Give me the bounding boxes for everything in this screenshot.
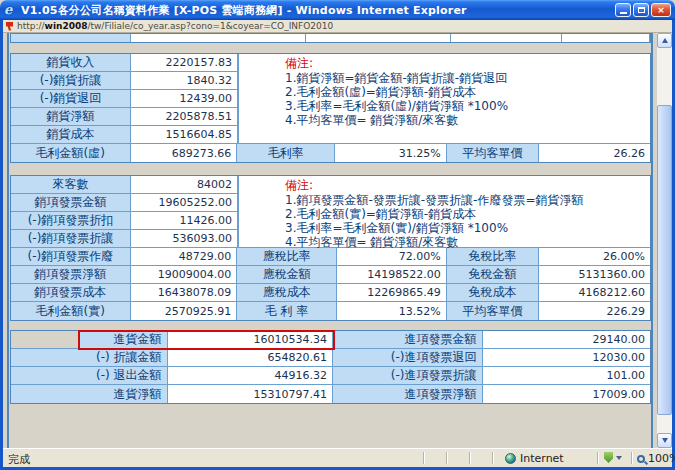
scroll-up-button[interactable] (657, 33, 672, 48)
title-bar: e V1.05各分公司名稱資料作業 [X-POS 雲端商務網] - Window… (0, 0, 675, 20)
row-value: 689273.66 (131, 144, 238, 162)
note-line: 4.平均客單價= 銷貨淨額/來客數 (285, 235, 650, 249)
arrow-down-icon (662, 438, 668, 443)
row-label: 應稅金額 (237, 266, 337, 284)
row-value: 654820.61 (168, 349, 333, 367)
row-label: 免稅成本 (447, 284, 540, 302)
row-value: 11426.00 (131, 212, 238, 230)
row-value: 48729.00 (131, 248, 238, 266)
note-line: 1.銷項發票金額-發票折讓-發票折讓-作廢發票=銷貨淨額 (285, 193, 650, 207)
magnifier-icon (637, 455, 645, 463)
row-value: 72.00% (337, 248, 447, 266)
row-value: 12269865.49 (337, 284, 447, 302)
row-label: 銷項發票成本 (11, 284, 131, 302)
invoice-table: 來客數 84002 銷項發票金額 19605252.00 (-)銷項發票折扣 1… (10, 175, 651, 321)
row-value: 16438078.09 (131, 284, 238, 302)
row-label: 應稅比率 (237, 248, 337, 266)
row-label: 銷項發票淨額 (11, 266, 131, 284)
clipped-table-row (10, 33, 651, 43)
table-row: 毛利金額(實) 2570925.91 毛 利 率 13.52% 平均客單價 22… (11, 302, 650, 320)
note-line: 2.毛利金額(實)=銷貨淨額-銷貨成本 (285, 207, 650, 221)
row-label: 銷項發票金額 (11, 194, 131, 212)
note-line: 3.毛利率=毛利金額(實)/銷貨淨額 *100% (285, 221, 650, 235)
status-divider (597, 452, 599, 464)
globe-icon (505, 453, 516, 464)
window-title: V1.05各分公司名稱資料作業 [X-POS 雲端商務網] - Windows … (21, 3, 613, 18)
table-row: 進貨金額 16010534.34 進項發票金額 29140.00 (11, 331, 650, 349)
row-label: 應稅成本 (237, 284, 337, 302)
row-value: 16010534.34 (168, 331, 333, 349)
row-label: 來客數 (11, 176, 131, 194)
vertical-scrollbar[interactable] (657, 33, 672, 448)
table-row: 進貨淨額 15310797.41 進項發票淨額 17009.00 (11, 385, 650, 403)
row-value: 12030.00 (483, 349, 650, 367)
page-content: 銷貨收入 2220157.83 (-)銷貨折讓 1840.32 (-)銷貨退回 … (3, 33, 657, 448)
clipped-cell (451, 34, 563, 42)
status-divider (423, 452, 425, 464)
protection-dropdown[interactable] (604, 452, 622, 463)
row-label: 毛 利 率 (237, 302, 337, 320)
note-line: 2.毛利金額(虛)=銷貨淨額-銷貨成本 (285, 85, 650, 99)
table-row: (-)銷項發票作廢 48729.00 應稅比率 72.00% 免稅比率 26.0… (11, 248, 650, 266)
row-value: 1516604.85 (131, 126, 238, 144)
sales-notes: 備注: 1.銷貨淨額=銷貨金額-銷貨折讓-銷貨退回 2.毛利金額(虛)=銷貨淨額… (238, 54, 650, 144)
row-label: (-) 退出金額 (11, 367, 168, 385)
sales-table: 銷貨收入 2220157.83 (-)銷貨折讓 1840.32 (-)銷貨退回 … (10, 53, 651, 163)
row-value: 19009004.00 (131, 266, 238, 284)
row-label: 進貨淨額 (11, 385, 168, 403)
invoice-notes: 備注: 1.銷項發票金額-發票折讓-發票折讓-作廢發票=銷貨淨額 2.毛利金額(… (238, 176, 650, 248)
row-label: (-)進項發票折讓 (333, 367, 483, 385)
table-row: 銷項發票成本 16438078.09 應稅成本 12269865.49 免稅成本… (11, 284, 650, 302)
layout-border-right (651, 33, 653, 448)
row-value: 12439.00 (131, 90, 238, 108)
notes-title: 備注: (285, 178, 650, 193)
row-value: 226.29 (539, 302, 650, 320)
row-label: (-)銷貨退回 (11, 90, 131, 108)
maximize-button[interactable] (633, 3, 649, 17)
close-button[interactable]: × (651, 3, 671, 17)
row-value: 31.25% (335, 144, 447, 162)
minimize-button[interactable] (615, 3, 631, 17)
row-value: 13.52% (337, 302, 447, 320)
status-divider (492, 452, 494, 464)
url-text: http://win2008/tw/Filiale/co_year.asp?co… (17, 21, 333, 31)
row-label: (-) 折讓金額 (11, 349, 168, 367)
row-value: 84002 (131, 176, 238, 194)
row-label: (-)銷貨折讓 (11, 72, 131, 90)
minimize-icon (620, 12, 627, 14)
table-row: 銷項發票淨額 19009004.00 應稅金額 14198522.00 免稅金額… (11, 266, 650, 284)
row-value: 26.26 (539, 144, 650, 162)
status-divider (631, 452, 633, 464)
status-divider (446, 452, 448, 464)
address-bar[interactable]: http://win2008/tw/Filiale/co_year.asp?co… (3, 20, 672, 33)
row-value: 2220157.83 (131, 54, 238, 72)
row-value: 1840.32 (131, 72, 238, 90)
status-divider (469, 452, 471, 464)
zoom-control[interactable]: 100% (637, 452, 675, 465)
row-label: (-)銷項發票折扣 (11, 212, 131, 230)
clipped-cell (562, 34, 650, 42)
arrow-up-icon (662, 38, 668, 43)
row-value: 19605252.00 (131, 194, 238, 212)
status-text: 完成 (8, 452, 30, 467)
row-label: 銷貨淨額 (11, 108, 131, 126)
scrollbar-thumb[interactable] (657, 105, 672, 415)
clipped-cell (131, 34, 306, 42)
row-label: 免稅比率 (447, 248, 540, 266)
row-label: (-)銷項發票作廢 (11, 248, 131, 266)
security-zone: Internet (505, 452, 564, 465)
table-row: (-) 退出金額 44916.32 (-)進項發票折讓 101.00 (11, 367, 650, 385)
row-value: 44916.32 (168, 367, 333, 385)
row-spacer (11, 331, 79, 349)
row-label: 毛利金額(實) (11, 302, 131, 320)
row-label: (-)銷項發票折讓 (11, 230, 131, 248)
row-label: 進項發票金額 (333, 331, 483, 349)
row-label: 銷貨收入 (11, 54, 131, 72)
chevron-down-icon (616, 456, 622, 460)
clipped-cell (306, 34, 451, 42)
ie-logo-icon: e (4, 4, 17, 17)
zone-label: Internet (520, 452, 564, 465)
scroll-down-button[interactable] (657, 433, 672, 448)
row-value: 4168212.60 (539, 284, 650, 302)
row-label: 平均客單價 (447, 144, 540, 162)
